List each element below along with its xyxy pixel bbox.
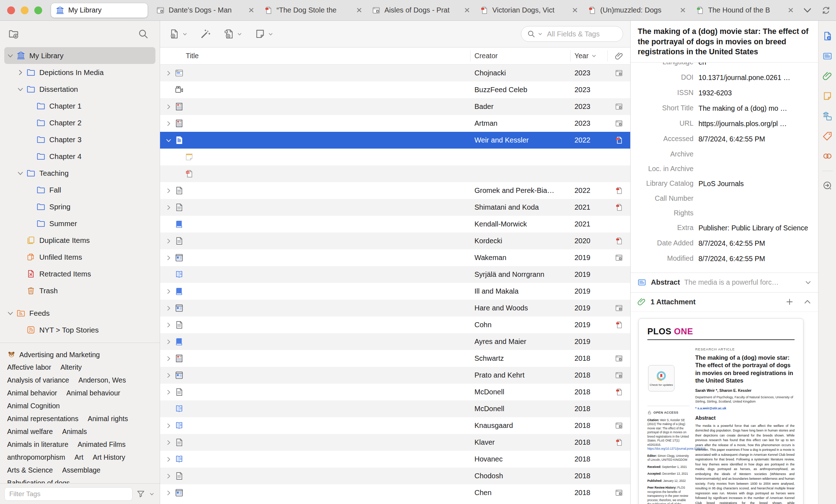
field-value[interactable]: PLoS Journals: [698, 176, 812, 191]
chevron-right-icon[interactable]: [165, 204, 172, 211]
table-row[interactable]: The making of a (dog) movie star: The ef…: [160, 132, 630, 149]
table-row[interactable]: Dogs and Cats and Their Relationships wi…: [160, 199, 630, 216]
close-tab-icon[interactable]: ✕: [571, 6, 579, 15]
table-row[interactable]: Virginia Woolf's Little-Known Biography …: [160, 350, 630, 367]
column-header-year[interactable]: Year: [574, 52, 597, 60]
tag-item[interactable]: Animated Films: [78, 440, 125, 449]
close-window-button[interactable]: [7, 6, 15, 14]
tab-notes-icon[interactable]: [822, 91, 833, 101]
sidebar-item-unfiled-items[interactable]: Unfiled Items: [4, 249, 155, 265]
tab--the-dog-stole-the-[interactable]: “The Dog Stole the ✕: [259, 3, 367, 18]
chevron-right-icon[interactable]: [165, 372, 172, 379]
tag-item[interactable]: Animals in literature: [7, 440, 68, 449]
tag-item[interactable]: Art History: [93, 453, 125, 461]
add-attachment-button[interactable]: [785, 298, 794, 306]
sidebar-item-chapter-4[interactable]: Chapter 4: [4, 148, 155, 165]
chevron-down-icon[interactable]: [16, 169, 24, 177]
sidebar-item-retracted-items[interactable]: Retracted Items: [4, 265, 155, 282]
tab-my-library[interactable]: My Library: [51, 3, 148, 18]
table-row[interactable]: Canis Modernis: Human/Dog Coevolution in…: [160, 216, 630, 233]
tag-item[interactable]: Alterity: [60, 363, 82, 371]
table-row[interactable]: Thomas Hardy and Animals by Anna West, a…: [160, 384, 630, 400]
sidebar-item-teaching[interactable]: Teaching: [4, 165, 155, 181]
add-by-identifier-button[interactable]: [200, 28, 211, 40]
close-tab-icon[interactable]: ✕: [787, 6, 795, 15]
sync-icon[interactable]: [821, 5, 831, 15]
new-item-button[interactable]: [169, 28, 180, 40]
table-row[interactable]: The Trouble with Dogs for a WriterKnausg…: [160, 417, 630, 434]
table-row[interactable]: How Famous Writers Mourned the Death of …: [160, 98, 630, 115]
tab-abstract-icon[interactable]: [822, 51, 833, 61]
attachment-preview-area[interactable]: PLOS ONE Check for updates OPEN ACCESS: [631, 312, 818, 504]
field-value[interactable]: en: [698, 63, 812, 70]
tab-the-hound-of-the-b[interactable]: The Hound of the B✕: [691, 3, 799, 18]
table-row[interactable]: Aisles of DogsPrato and Kehrt2018: [160, 367, 630, 384]
table-row[interactable]: Good Boy: Canine Representation in Cinem…: [160, 468, 630, 484]
field-value[interactable]: 10.1371/journal.pone.0261 …: [698, 70, 812, 85]
close-tab-icon[interactable]: ✕: [247, 6, 255, 15]
new-item-chevron-icon[interactable]: [182, 31, 188, 37]
sidebar-item-chapter-3[interactable]: Chapter 3: [4, 131, 155, 148]
zoom-window-button[interactable]: [34, 6, 42, 14]
tag-item[interactable]: Art: [75, 453, 84, 461]
close-tab-icon[interactable]: ✕: [355, 6, 363, 15]
table-row[interactable]: “The dog hero has been critical to the s…: [160, 149, 630, 165]
sidebar-item-nyt-top-stories[interactable]: NYT > Top Stories: [4, 321, 155, 338]
chevron-down-icon[interactable]: [6, 52, 14, 60]
tab--un-muzzled-dogs[interactable]: (Un)muzzled: Dogs✕: [583, 3, 691, 18]
table-row[interactable]: Representing animals in the literature o…: [160, 400, 630, 417]
tab-dante-s-dogs-man[interactable]: Dante’s Dogs - Man✕: [151, 3, 259, 18]
chevron-right-icon[interactable]: [165, 473, 172, 480]
chevron-right-icon[interactable]: [165, 456, 172, 463]
chevron-right-icon[interactable]: [165, 254, 172, 261]
field-value[interactable]: [698, 206, 812, 220]
chevron-right-icon[interactable]: [165, 120, 172, 127]
close-tab-icon[interactable]: ✕: [679, 6, 687, 15]
tab-attachments-icon[interactable]: [822, 71, 833, 81]
tag-item[interactable]: Animal rights: [88, 415, 128, 423]
table-row[interactable]: Why Are There So Many Books About Dogs?H…: [160, 300, 630, 316]
field-value[interactable]: 8/7/2024, 6:42:55 PM: [698, 251, 812, 266]
table-row[interactable]: Full Text PDF: [160, 165, 630, 182]
tag-item[interactable]: Animal behaviour: [66, 389, 120, 397]
tag-item[interactable]: anthropomorphism: [7, 453, 65, 461]
field-value[interactable]: [698, 191, 812, 206]
locate-icon[interactable]: [822, 180, 833, 191]
chevron-right-icon[interactable]: [165, 338, 172, 345]
minimize-window-button[interactable]: [21, 6, 29, 14]
chevron-right-icon[interactable]: [165, 305, 172, 312]
tab-tags-icon[interactable]: [822, 131, 833, 141]
column-header-attachment-icon[interactable]: [614, 51, 624, 61]
field-value[interactable]: 1932-6203: [698, 85, 812, 101]
chevron-down-icon[interactable]: [6, 309, 14, 317]
chevron-right-icon[interactable]: [165, 355, 172, 362]
table-row[interactable]: How the Humanization of Pets Is Changing…: [160, 65, 630, 81]
sidebar-item-trash[interactable]: Trash: [4, 282, 155, 299]
chevron-right-icon[interactable]: [165, 288, 172, 295]
tab-related-icon[interactable]: [822, 151, 833, 161]
table-row[interactable]: “When Your Dog Matches Your Decor”: Obje…: [160, 266, 630, 283]
tag-options-chevron-icon[interactable]: [149, 491, 155, 497]
table-row[interactable]: Well, Has a Single Good Author Ever Owne…: [160, 451, 630, 468]
field-value[interactable]: [698, 161, 812, 176]
tab-list-chevron-icon[interactable]: [802, 5, 812, 15]
sidebar-item-spring[interactable]: Spring: [4, 198, 155, 215]
table-row[interactable]: A Dog's Box-Office JourneyWakeman2019: [160, 249, 630, 266]
chevron-down-icon[interactable]: [165, 137, 172, 144]
table-row[interactable]: Why is pet goods consumption imperceptib…: [160, 182, 630, 199]
column-header-creator[interactable]: Creator: [474, 52, 498, 60]
chevron-down-icon[interactable]: [16, 85, 24, 93]
table-row[interactable]: In Dogs We Trust: An Anthology of Americ…: [160, 283, 630, 300]
sidebar-item-duplicate-items[interactable]: Duplicate Items: [4, 232, 155, 249]
field-value[interactable]: [698, 147, 812, 161]
tag-item[interactable]: Animal behavior: [7, 389, 57, 397]
tag-item[interactable]: Analysis of variance: [7, 376, 69, 384]
new-note-button[interactable]: [254, 28, 266, 40]
tag-item[interactable]: Anderson, Wes: [78, 376, 126, 384]
sidebar-item-chapter-1[interactable]: Chapter 1: [4, 98, 155, 114]
sidebar-item-chapter-2[interactable]: Chapter 2: [4, 114, 155, 131]
tag-item[interactable]: Assemblage: [62, 466, 100, 474]
sidebar-search-icon[interactable]: [138, 28, 149, 40]
sidebar-item-dissertation[interactable]: Dissertation: [4, 81, 155, 98]
tab-victorian-dogs-vict[interactable]: Victorian Dogs, Vict✕: [475, 3, 583, 18]
